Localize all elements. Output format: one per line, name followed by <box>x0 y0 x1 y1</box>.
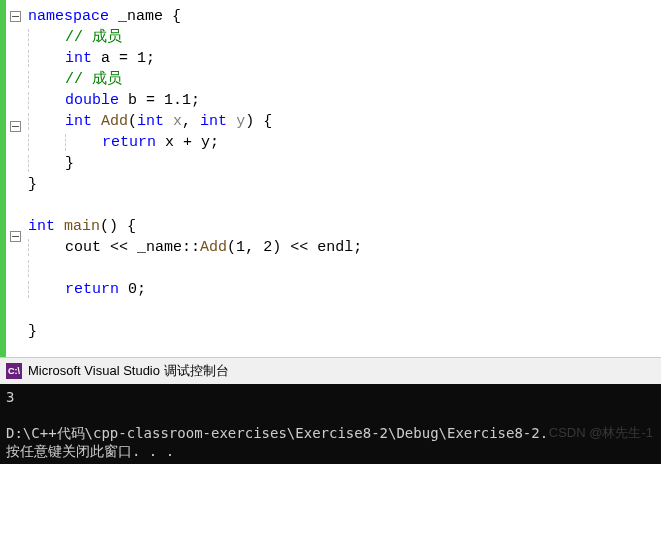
console-line: 3 <box>6 388 655 406</box>
code-line[interactable]: } <box>28 174 661 195</box>
code-line[interactable]: } <box>28 321 661 342</box>
code-line[interactable]: cout << _name::Add(1, 2) << endl; <box>28 237 661 258</box>
code-editor[interactable]: namespace _name { // 成员 int a = 1; // 成员… <box>0 0 661 357</box>
indent-guide <box>28 155 65 172</box>
code-line[interactable]: int a = 1; <box>28 48 661 69</box>
code-line[interactable]: // 成员 <box>28 27 661 48</box>
indent-guide <box>28 281 65 298</box>
fold-toggle-icon[interactable] <box>10 11 21 22</box>
indent-guide <box>28 134 65 151</box>
code-line[interactable] <box>28 195 661 216</box>
code-line[interactable]: return x + y; <box>28 132 661 153</box>
code-line[interactable]: int Add(int x, int y) { <box>28 111 661 132</box>
indent-guide <box>28 50 65 67</box>
code-line[interactable] <box>28 258 661 279</box>
code-line[interactable]: } <box>28 153 661 174</box>
console-output[interactable]: 3 D:\C++代码\cpp-classroom-exercises\Exerc… <box>0 384 661 464</box>
console-titlebar: C:\ Microsoft Visual Studio 调试控制台 <box>0 357 661 384</box>
indent-guide <box>28 71 65 88</box>
fold-toggle-icon[interactable] <box>10 231 21 242</box>
indent-guide <box>28 260 65 277</box>
watermark: CSDN @林先生-1 <box>549 424 653 442</box>
code-line[interactable]: return 0; <box>28 279 661 300</box>
code-line[interactable]: int main() { <box>28 216 661 237</box>
code-area[interactable]: namespace _name { // 成员 int a = 1; // 成员… <box>24 0 661 357</box>
fold-toggle-icon[interactable] <box>10 121 21 132</box>
console-icon: C:\ <box>6 363 22 379</box>
fold-gutter <box>6 0 24 357</box>
code-line[interactable] <box>28 300 661 321</box>
indent-guide <box>28 113 65 130</box>
indent-guide <box>28 92 65 109</box>
code-line[interactable]: // 成员 <box>28 69 661 90</box>
code-line[interactable]: double b = 1.1; <box>28 90 661 111</box>
code-line[interactable]: namespace _name { <box>28 6 661 27</box>
console-title: Microsoft Visual Studio 调试控制台 <box>28 362 229 380</box>
console-line <box>6 406 655 424</box>
indent-guide <box>65 134 102 151</box>
indent-guide <box>28 29 65 46</box>
indent-guide <box>28 239 65 256</box>
console-line: 按任意键关闭此窗口. . . <box>6 442 655 460</box>
